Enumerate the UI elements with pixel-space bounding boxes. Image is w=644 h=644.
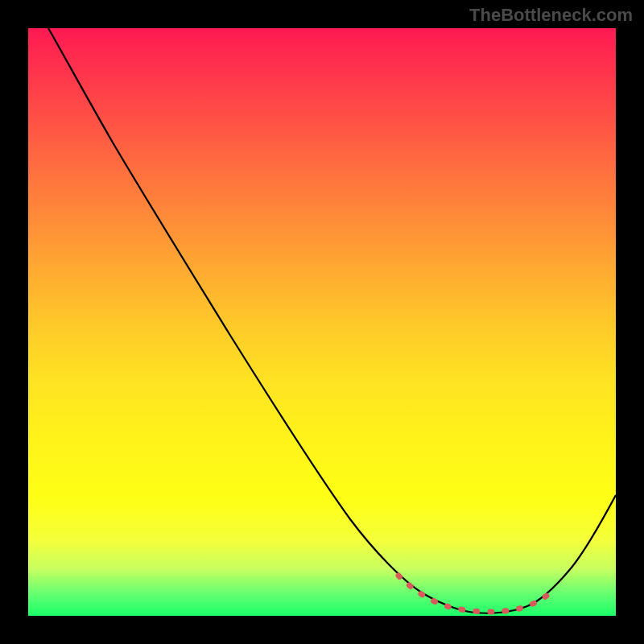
watermark-text: TheBottleneck.com: [469, 5, 633, 26]
chart-curves: [28, 28, 616, 616]
main-curve-line: [48, 28, 616, 613]
